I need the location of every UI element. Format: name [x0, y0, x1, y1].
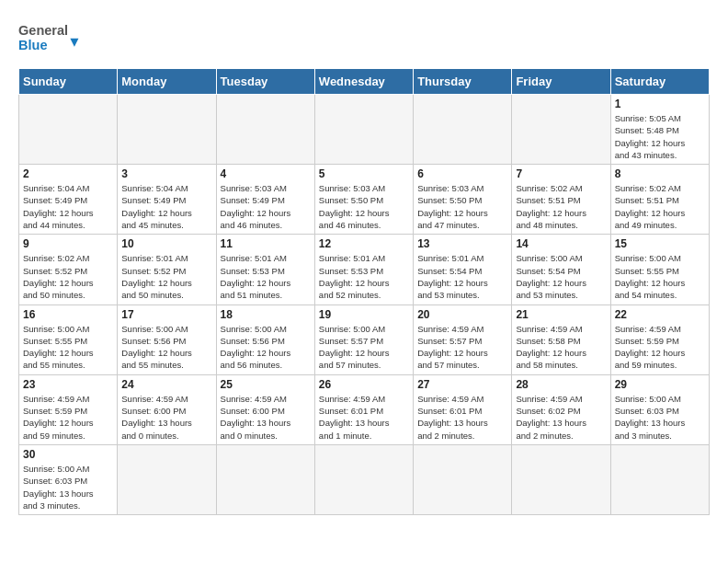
calendar-cell: 7Sunrise: 5:02 AM Sunset: 5:51 PM Daylig…	[512, 165, 610, 235]
day-number: 14	[516, 237, 606, 250]
day-info: Sunrise: 5:00 AM Sunset: 5:55 PM Dayligh…	[23, 323, 113, 372]
day-number: 19	[319, 308, 409, 321]
calendar-cell: 12Sunrise: 5:01 AM Sunset: 5:53 PM Dayli…	[314, 235, 413, 304]
calendar-cell: 6Sunrise: 5:03 AM Sunset: 5:50 PM Daylig…	[414, 165, 512, 235]
col-header-friday: Friday	[512, 69, 610, 95]
day-number: 21	[516, 308, 606, 321]
calendar-cell	[512, 444, 610, 514]
col-header-thursday: Thursday	[414, 69, 512, 95]
day-info: Sunrise: 5:03 AM Sunset: 5:49 PM Dayligh…	[221, 182, 311, 231]
svg-marker-2	[70, 39, 78, 47]
calendar-cell: 13Sunrise: 5:01 AM Sunset: 5:54 PM Dayli…	[414, 235, 512, 304]
calendar-cell: 1Sunrise: 5:05 AM Sunset: 5:48 PM Daylig…	[610, 95, 709, 165]
calendar-week-3: 16Sunrise: 5:00 AM Sunset: 5:55 PM Dayli…	[19, 304, 710, 374]
calendar-cell	[314, 444, 413, 514]
day-number: 1	[615, 98, 705, 110]
col-header-sunday: Sunday	[19, 69, 118, 95]
calendar-week-0: 1Sunrise: 5:05 AM Sunset: 5:48 PM Daylig…	[19, 95, 710, 165]
day-number: 6	[417, 167, 507, 180]
calendar-week-4: 23Sunrise: 4:59 AM Sunset: 5:59 PM Dayli…	[19, 374, 710, 444]
calendar-cell: 3Sunrise: 5:04 AM Sunset: 5:49 PM Daylig…	[118, 165, 216, 235]
logo-svg: General Blue	[18, 17, 110, 63]
page-header: General Blue	[18, 17, 710, 63]
col-header-monday: Monday	[118, 69, 216, 95]
day-number: 17	[121, 308, 211, 321]
day-number: 20	[417, 308, 507, 321]
svg-text:General: General	[18, 23, 68, 38]
calendar-cell: 15Sunrise: 5:00 AM Sunset: 5:55 PM Dayli…	[610, 235, 709, 304]
calendar-header-row: SundayMondayTuesdayWednesdayThursdayFrid…	[19, 69, 710, 95]
day-info: Sunrise: 5:01 AM Sunset: 5:54 PM Dayligh…	[417, 252, 507, 301]
day-info: Sunrise: 5:05 AM Sunset: 5:48 PM Dayligh…	[615, 112, 705, 161]
day-number: 9	[23, 237, 113, 250]
day-number: 27	[417, 378, 507, 391]
calendar-cell: 25Sunrise: 4:59 AM Sunset: 6:00 PM Dayli…	[216, 374, 314, 444]
calendar-cell: 2Sunrise: 5:04 AM Sunset: 5:49 PM Daylig…	[19, 165, 118, 235]
calendar-cell: 9Sunrise: 5:02 AM Sunset: 5:52 PM Daylig…	[19, 235, 118, 304]
calendar-cell: 18Sunrise: 5:00 AM Sunset: 5:56 PM Dayli…	[216, 304, 314, 374]
calendar-cell	[610, 444, 709, 514]
day-info: Sunrise: 5:02 AM Sunset: 5:51 PM Dayligh…	[615, 182, 705, 231]
day-number: 8	[615, 167, 705, 180]
day-info: Sunrise: 5:01 AM Sunset: 5:52 PM Dayligh…	[121, 252, 211, 301]
calendar-table: SundayMondayTuesdayWednesdayThursdayFrid…	[18, 68, 710, 515]
day-number: 10	[121, 237, 211, 250]
day-info: Sunrise: 5:00 AM Sunset: 6:03 PM Dayligh…	[615, 393, 705, 442]
day-info: Sunrise: 4:59 AM Sunset: 5:58 PM Dayligh…	[516, 323, 606, 372]
calendar-cell: 20Sunrise: 4:59 AM Sunset: 5:57 PM Dayli…	[414, 304, 512, 374]
calendar-cell	[512, 95, 610, 165]
calendar-cell: 4Sunrise: 5:03 AM Sunset: 5:49 PM Daylig…	[216, 165, 314, 235]
day-number: 15	[615, 237, 705, 250]
calendar-cell: 10Sunrise: 5:01 AM Sunset: 5:52 PM Dayli…	[118, 235, 216, 304]
day-number: 24	[121, 378, 211, 391]
day-info: Sunrise: 5:03 AM Sunset: 5:50 PM Dayligh…	[417, 182, 507, 231]
day-info: Sunrise: 5:00 AM Sunset: 5:55 PM Dayligh…	[615, 252, 705, 301]
day-info: Sunrise: 5:00 AM Sunset: 6:03 PM Dayligh…	[23, 463, 113, 511]
calendar-cell	[216, 444, 314, 514]
day-info: Sunrise: 5:00 AM Sunset: 5:56 PM Dayligh…	[221, 323, 311, 372]
day-number: 23	[23, 378, 113, 391]
day-number: 30	[23, 448, 113, 461]
calendar-cell: 24Sunrise: 4:59 AM Sunset: 6:00 PM Dayli…	[118, 374, 216, 444]
day-info: Sunrise: 4:59 AM Sunset: 6:00 PM Dayligh…	[121, 393, 211, 442]
calendar-week-1: 2Sunrise: 5:04 AM Sunset: 5:49 PM Daylig…	[19, 165, 710, 235]
day-info: Sunrise: 4:59 AM Sunset: 6:01 PM Dayligh…	[319, 393, 409, 442]
col-header-saturday: Saturday	[610, 69, 709, 95]
day-number: 12	[319, 237, 409, 250]
calendar-cell	[414, 444, 512, 514]
day-info: Sunrise: 5:01 AM Sunset: 5:53 PM Dayligh…	[221, 252, 311, 301]
calendar-cell: 30Sunrise: 5:00 AM Sunset: 6:03 PM Dayli…	[19, 444, 118, 514]
day-info: Sunrise: 4:59 AM Sunset: 5:57 PM Dayligh…	[417, 323, 507, 372]
day-info: Sunrise: 5:04 AM Sunset: 5:49 PM Dayligh…	[121, 182, 211, 231]
logo: General Blue	[18, 17, 110, 63]
calendar-cell: 28Sunrise: 4:59 AM Sunset: 6:02 PM Dayli…	[512, 374, 610, 444]
day-info: Sunrise: 4:59 AM Sunset: 6:01 PM Dayligh…	[417, 393, 507, 442]
col-header-tuesday: Tuesday	[216, 69, 314, 95]
calendar-cell: 8Sunrise: 5:02 AM Sunset: 5:51 PM Daylig…	[610, 165, 709, 235]
day-info: Sunrise: 5:02 AM Sunset: 5:51 PM Dayligh…	[516, 182, 606, 231]
day-info: Sunrise: 5:00 AM Sunset: 5:57 PM Dayligh…	[319, 323, 409, 372]
day-number: 3	[121, 167, 211, 180]
day-info: Sunrise: 5:00 AM Sunset: 5:56 PM Dayligh…	[121, 323, 211, 372]
day-number: 11	[221, 237, 311, 250]
day-number: 16	[23, 308, 113, 321]
day-info: Sunrise: 5:03 AM Sunset: 5:50 PM Dayligh…	[319, 182, 409, 231]
day-number: 13	[417, 237, 507, 250]
calendar-cell	[118, 95, 216, 165]
day-info: Sunrise: 4:59 AM Sunset: 5:59 PM Dayligh…	[615, 323, 705, 372]
day-number: 22	[615, 308, 705, 321]
calendar-cell: 19Sunrise: 5:00 AM Sunset: 5:57 PM Dayli…	[314, 304, 413, 374]
calendar-cell: 29Sunrise: 5:00 AM Sunset: 6:03 PM Dayli…	[610, 374, 709, 444]
day-number: 28	[516, 378, 606, 391]
col-header-wednesday: Wednesday	[314, 69, 413, 95]
calendar-cell	[414, 95, 512, 165]
calendar-cell	[118, 444, 216, 514]
calendar-cell: 14Sunrise: 5:00 AM Sunset: 5:54 PM Dayli…	[512, 235, 610, 304]
calendar-cell: 26Sunrise: 4:59 AM Sunset: 6:01 PM Dayli…	[314, 374, 413, 444]
day-number: 2	[23, 167, 113, 180]
day-info: Sunrise: 5:04 AM Sunset: 5:49 PM Dayligh…	[23, 182, 113, 231]
day-number: 29	[615, 378, 705, 391]
calendar-cell: 23Sunrise: 4:59 AM Sunset: 5:59 PM Dayli…	[19, 374, 118, 444]
calendar-week-2: 9Sunrise: 5:02 AM Sunset: 5:52 PM Daylig…	[19, 235, 710, 304]
day-info: Sunrise: 4:59 AM Sunset: 6:02 PM Dayligh…	[516, 393, 606, 442]
